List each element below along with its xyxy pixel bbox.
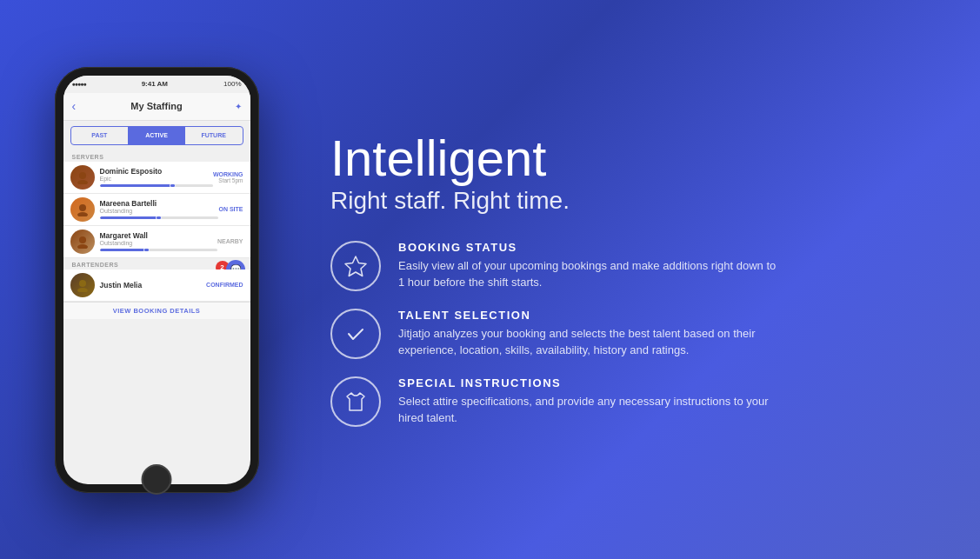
left-panel: ●●●●● 9:41 AM 100% ‹ My Staffing ✦ PAST … — [0, 0, 313, 559]
progress-fill-mareena — [100, 216, 159, 219]
booking-status-content: BOOKING STATUS Easily view all of your u… — [398, 241, 781, 291]
svg-point-4 — [79, 236, 86, 243]
feature-talent-selection: TALENT SELECTION Jitjatjo analyzes your … — [330, 309, 937, 359]
phone-time: 9:41 AM — [142, 80, 168, 88]
booking-status-desc: Easily view all of your upcoming booking… — [398, 257, 781, 291]
staff-status-area-margaret: NEARBY — [217, 238, 243, 244]
staff-status-area-dominic: WORKING Start 5pm — [213, 171, 243, 183]
staff-info-dominic: Dominic Esposito Epic — [100, 167, 213, 187]
avatar-justin — [70, 273, 95, 297]
phone-nav-bar: ‹ My Staffing ✦ — [63, 93, 250, 121]
content-wrapper: ●●●●● 9:41 AM 100% ‹ My Staffing ✦ PAST … — [0, 0, 980, 559]
check-icon — [343, 322, 368, 346]
tab-past[interactable]: PAST — [71, 127, 129, 144]
svg-marker-8 — [345, 256, 366, 276]
svg-point-7 — [77, 288, 88, 292]
booking-status-title: BOOKING STATUS — [398, 241, 781, 254]
special-instructions-desc: Select attire specifications, and provid… — [398, 393, 781, 427]
staff-item-justin: Justin Melia CONFIRMED — [63, 270, 250, 302]
staff-name-margaret: Margaret Wall — [100, 231, 217, 240]
staff-status-mareena: ON SITE — [218, 206, 243, 212]
staff-item-dominic: Dominic Esposito Epic WORKING Start 5pm — [63, 162, 250, 194]
progress-dot-dominic — [170, 184, 176, 187]
staff-status-margaret: NEARBY — [217, 238, 243, 244]
special-instructions-content: SPECIAL INSTRUCTIONS Select attire speci… — [398, 376, 781, 427]
progress-dot-mareena — [156, 216, 162, 219]
right-panel: Intelligent Right staff. Right time. BOO… — [313, 0, 980, 559]
staff-info-justin: Justin Melia — [100, 281, 207, 289]
staff-status-area-justin: CONFIRMED — [206, 282, 243, 288]
special-instructions-icon-wrap — [330, 376, 381, 427]
phone-mockup: ●●●●● 9:41 AM 100% ‹ My Staffing ✦ PAST … — [55, 67, 259, 493]
shirt-icon — [343, 389, 368, 414]
svg-point-1 — [77, 180, 88, 184]
staff-item-mareena: Mareena Bartelli Outstanding ON SITE — [63, 194, 250, 226]
phone-back-button[interactable]: ‹ — [72, 99, 77, 113]
phone-nav-right-icon[interactable]: ✦ — [235, 102, 242, 111]
phone-battery: 100% — [223, 80, 241, 88]
feature-booking-status: BOOKING STATUS Easily view all of your u… — [330, 241, 937, 291]
progress-mareena — [100, 216, 219, 219]
progress-fill-margaret — [100, 249, 147, 251]
staff-info-margaret: Margaret Wall Outstanding — [100, 231, 217, 251]
staff-status-justin: CONFIRMED — [206, 282, 243, 288]
progress-dominic — [100, 184, 213, 187]
tab-future[interactable]: FUTURE — [185, 127, 243, 144]
phone-home-button[interactable] — [142, 464, 172, 495]
staff-time-dominic: Start 5pm — [213, 177, 243, 183]
avatar-dominic — [70, 165, 95, 190]
feature-special-instructions: SPECIAL INSTRUCTIONS Select attire speci… — [330, 376, 937, 427]
talent-selection-desc: Jitjatjo analyzes your booking and selec… — [398, 325, 781, 359]
phone-screen: ●●●●● 9:41 AM 100% ‹ My Staffing ✦ PAST … — [63, 76, 250, 484]
staff-status-area-mareena: ON SITE — [218, 206, 243, 212]
phone-nav-title: My Staffing — [130, 101, 182, 111]
progress-dot-margaret — [143, 249, 150, 251]
booking-status-icon-wrap — [330, 241, 381, 291]
servers-section-label: SERVERS — [63, 150, 250, 162]
staff-name-dominic: Dominic Esposito — [100, 167, 213, 176]
bartenders-section-label: BARTENDERS — [72, 262, 119, 268]
staff-name-mareena: Mareena Bartelli — [100, 199, 219, 208]
headline-sub: Right staff. Right time. — [330, 187, 937, 215]
svg-point-2 — [79, 204, 86, 211]
phone-status-bar: ●●●●● 9:41 AM 100% — [63, 76, 250, 93]
talent-selection-title: TALENT SELECTION — [398, 309, 781, 322]
svg-point-3 — [77, 212, 88, 216]
staff-sub-dominic: Epic — [100, 176, 213, 182]
tab-active[interactable]: ACTIVE — [128, 127, 185, 144]
phone-tab-bar: PAST ACTIVE FUTURE — [70, 126, 243, 145]
bartenders-header: BARTENDERS 2 💬 — [63, 258, 250, 270]
special-instructions-title: SPECIAL INSTRUCTIONS — [398, 376, 781, 389]
headline-main: Intelligent — [330, 133, 937, 183]
view-booking-button[interactable]: VIEW BOOKING DETAILS — [63, 302, 250, 319]
staff-status-dominic: WORKING — [213, 171, 243, 177]
avatar-mareena — [70, 197, 95, 222]
staff-sub-margaret: Outstanding — [100, 240, 217, 246]
staff-sub-mareena: Outstanding — [100, 208, 219, 214]
svg-point-0 — [79, 172, 86, 179]
feature-list: BOOKING STATUS Easily view all of your u… — [330, 241, 937, 427]
staff-info-mareena: Mareena Bartelli Outstanding — [100, 199, 219, 219]
phone-signal: ●●●●● — [72, 81, 86, 87]
avatar-margaret — [70, 230, 95, 254]
progress-margaret — [100, 249, 217, 251]
staff-name-justin: Justin Melia — [100, 281, 207, 289]
talent-selection-content: TALENT SELECTION Jitjatjo analyzes your … — [398, 309, 781, 359]
progress-fill-dominic — [100, 184, 174, 187]
star-icon — [343, 254, 368, 278]
talent-selection-icon-wrap — [330, 309, 381, 359]
svg-point-6 — [79, 280, 86, 287]
staff-item-margaret: Margaret Wall Outstanding NEARBY — [63, 226, 250, 258]
svg-point-5 — [77, 244, 88, 249]
